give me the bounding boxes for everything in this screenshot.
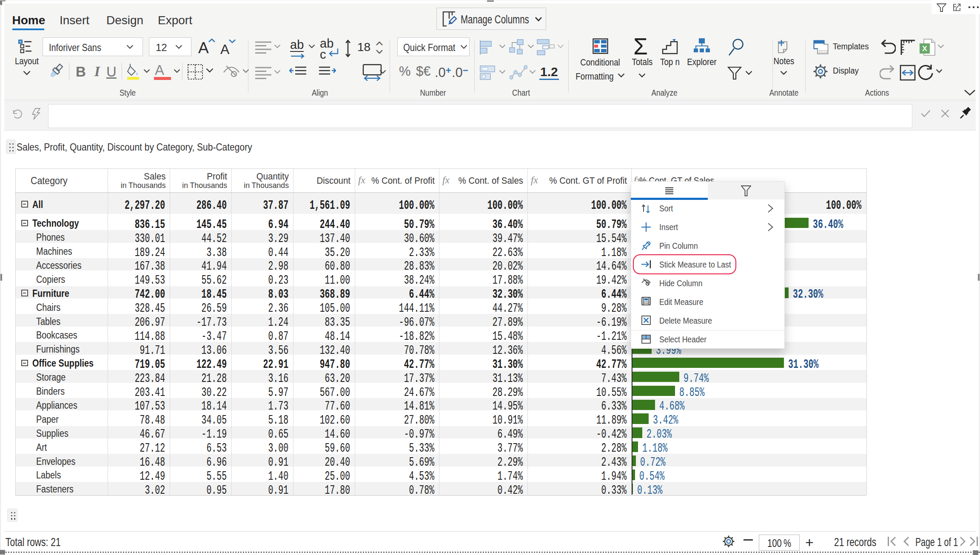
svg-text:X: X [922, 45, 927, 53]
